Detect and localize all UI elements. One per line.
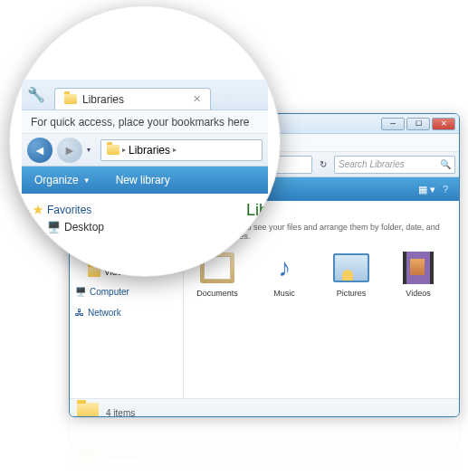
maximize-button[interactable]: ☐ [406, 118, 430, 130]
sidebar-network[interactable]: 🖧 Network [70, 306, 183, 319]
nav-back-button[interactable]: ◄ [27, 138, 53, 163]
sidebar-item-desktop[interactable]: 🖥️ Desktop [31, 219, 237, 235]
computer-icon: 🖥️ [75, 287, 86, 297]
folder-icon [64, 94, 77, 104]
wrench-icon[interactable]: 🔧 [27, 86, 45, 103]
mag-browser-tab[interactable]: Libraries ✕ [54, 88, 211, 109]
videos-icon [398, 250, 438, 286]
folder-icon [77, 403, 99, 418]
sidebar-favorites-header[interactable]: Favorites [31, 201, 237, 219]
music-icon: ♪ [264, 250, 304, 286]
sidebar-label: Network [88, 308, 121, 318]
status-count: 4 items [106, 408, 135, 417]
sidebar-label: Desktop [64, 221, 104, 233]
item-label: Music [273, 289, 295, 298]
item-label: Videos [406, 289, 430, 298]
organize-button[interactable]: Organize ▼ [34, 174, 91, 186]
refresh-button[interactable]: ↻ [316, 159, 330, 169]
pictures-icon [331, 250, 371, 286]
magnifier-view: 🔧 Libraries ✕ For quick access, place yo… [9, 5, 281, 277]
tab-close-icon[interactable]: ✕ [193, 93, 201, 105]
desktop-icon: 🖥️ [47, 221, 61, 233]
network-icon: 🖧 [75, 308, 84, 318]
mag-breadcrumb[interactable]: ▸ Libraries ▸ [100, 139, 263, 161]
mag-bookmark-bar: For quick access, place your bookmarks h… [22, 110, 268, 134]
view-options-button[interactable]: ▦ ▾ [415, 184, 439, 195]
help-button[interactable]: ? [439, 184, 452, 195]
nav-history-dropdown[interactable]: ▾ [87, 146, 96, 154]
organize-label: Organize [34, 174, 79, 186]
search-icon: 🔍 [440, 159, 451, 169]
mag-bookmark-hint: For quick access, place your bookmarks h… [31, 116, 249, 129]
window-controls: ─ ☐ ✕ [381, 118, 455, 130]
item-label: Pictures [337, 289, 367, 298]
reflection-fade [69, 418, 460, 472]
minimize-button[interactable]: ─ [381, 118, 405, 130]
new-library-button[interactable]: New library [116, 174, 170, 186]
mag-command-bar: Organize ▼ New library [22, 167, 268, 194]
mag-tab-label: Libraries [82, 93, 124, 106]
sidebar-label: Computer [90, 287, 129, 297]
chevron-right-icon: ▸ [122, 146, 126, 154]
new-library-label: New library [116, 174, 170, 186]
close-button[interactable]: ✕ [432, 118, 455, 130]
library-pictures[interactable]: Pictures [325, 250, 377, 298]
folder-icon [107, 145, 119, 155]
search-placeholder: Search Libraries [339, 159, 405, 169]
library-items: Documents ♪ Music Pictures Videos [191, 250, 452, 298]
favorites-label: Favorites [47, 204, 91, 216]
sidebar-computer[interactable]: 🖥️ Computer [70, 285, 183, 299]
library-music[interactable]: ♪ Music [258, 250, 310, 298]
search-input[interactable]: Search Libraries 🔍 [334, 156, 455, 174]
status-bar: 4 items [70, 398, 459, 417]
breadcrumb-libraries[interactable]: Libraries [129, 144, 170, 157]
mag-titlebar: 🔧 Libraries ✕ [22, 80, 268, 110]
mag-navigation-pane: Favorites 🖥️ Desktop [22, 194, 246, 243]
nav-forward-button[interactable]: ► [57, 138, 82, 163]
mag-address-bar: ◄ ► ▾ ▸ Libraries ▸ [22, 134, 268, 167]
item-label: Documents [196, 289, 238, 298]
chevron-down-icon: ▼ [83, 176, 91, 185]
chevron-right-icon: ▸ [173, 146, 177, 154]
library-videos[interactable]: Videos [392, 250, 444, 298]
star-icon [33, 205, 43, 215]
